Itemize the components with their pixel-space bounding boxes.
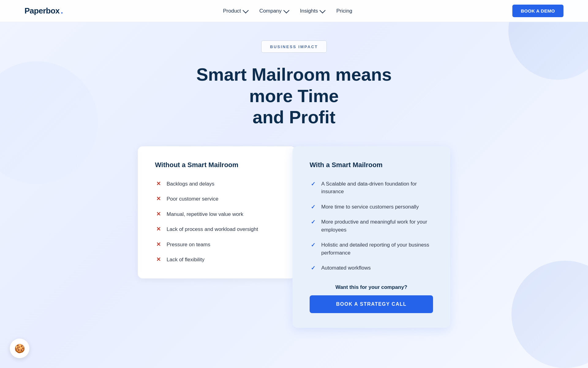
item-text: More time to service customers personall… <box>321 203 419 211</box>
nav-item-insights[interactable]: Insights <box>300 8 324 14</box>
badge-text: BUSINESS IMPACT <box>270 44 318 49</box>
item-text: A Scalable and data-driven foundation fo… <box>321 180 433 196</box>
cta-section: Want this for your company? BOOK A STRAT… <box>310 284 433 313</box>
nav-chevron-product <box>243 7 249 13</box>
item-text: Lack of flexibility <box>167 256 205 264</box>
logo-text: Paperbox <box>24 6 60 16</box>
list-item: ✕ Lack of process and workload oversight <box>155 225 278 233</box>
list-item: ✕ Backlogs and delays <box>155 180 278 188</box>
nav-link-product-label: Product <box>223 8 241 14</box>
item-text: Pressure on teams <box>167 241 210 249</box>
item-text: Holistic and detailed reporting of your … <box>321 241 433 257</box>
card-with: With a Smart Mailroom ✓ A Scalable and d… <box>292 146 450 328</box>
check-icon: ✓ <box>310 204 316 210</box>
card-with-title: With a Smart Mailroom <box>310 161 433 169</box>
x-icon: ✕ <box>155 241 162 248</box>
list-item: ✓ Holistic and detailed reporting of you… <box>310 241 433 257</box>
check-icon: ✓ <box>310 219 316 225</box>
item-text: Poor customer service <box>167 195 218 203</box>
x-icon: ✕ <box>155 195 162 202</box>
nav-chevron-company <box>283 7 289 13</box>
list-item: ✓ A Scalable and data-driven foundation … <box>310 180 433 196</box>
nav-chevron-insights <box>319 7 326 13</box>
business-impact-badge: BUSINESS IMPACT <box>261 40 327 53</box>
list-item: ✕ Lack of flexibility <box>155 256 278 264</box>
x-icon: ✕ <box>155 211 162 217</box>
item-text: More productive and meaningful work for … <box>321 218 433 234</box>
cta-question: Want this for your company? <box>335 284 407 290</box>
nav-item-company[interactable]: Company <box>259 8 288 14</box>
logo-dot: . <box>61 6 63 16</box>
item-text: Automated workflows <box>321 264 371 272</box>
x-icon: ✕ <box>155 256 162 263</box>
list-item: ✕ Pressure on teams <box>155 241 278 249</box>
card-without-title: Without a Smart Mailroom <box>155 161 278 169</box>
check-icon: ✓ <box>310 265 316 271</box>
x-icon: ✕ <box>155 180 162 187</box>
item-text: Lack of process and workload oversight <box>167 225 258 233</box>
x-icon: ✕ <box>155 226 162 232</box>
nav-link-insights-label: Insights <box>300 8 318 14</box>
nav-link-company-label: Company <box>259 8 282 14</box>
list-item: ✓ More time to service customers persona… <box>310 203 433 211</box>
nav-link-pricing-label: Pricing <box>336 8 352 14</box>
main-heading: Smart Mailroom means more Time and Profi… <box>175 64 413 128</box>
list-item: ✕ Poor customer service <box>155 195 278 203</box>
card-with-list: ✓ A Scalable and data-driven foundation … <box>310 180 433 272</box>
book-demo-button[interactable]: BOOK A DEMO <box>512 5 564 17</box>
list-item: ✓ Automated workflows <box>310 264 433 272</box>
cards-container: Without a Smart Mailroom ✕ Backlogs and … <box>126 146 462 328</box>
item-text: Manual, repetitive low value work <box>167 210 243 218</box>
list-item: ✕ Manual, repetitive low value work <box>155 210 278 218</box>
check-icon: ✓ <box>310 242 316 248</box>
item-text: Backlogs and delays <box>167 180 214 188</box>
nav-right: BOOK A DEMO <box>512 5 564 17</box>
heading-line2: and Profit <box>253 107 336 127</box>
list-item: ✓ More productive and meaningful work fo… <box>310 218 433 234</box>
logo[interactable]: Paperbox. <box>24 6 63 16</box>
cookie-button[interactable]: 🍪 <box>10 339 29 358</box>
check-icon: ✓ <box>310 181 316 187</box>
heading-line1: Smart Mailroom means more Time <box>196 64 392 106</box>
cookie-icon: 🍪 <box>14 343 25 354</box>
main-content: BUSINESS IMPACT Smart Mailroom means mor… <box>0 22 588 328</box>
nav-item-pricing[interactable]: Pricing <box>336 8 352 14</box>
nav-item-product[interactable]: Product <box>223 8 247 14</box>
navbar: Paperbox. Product Company Insights Prici… <box>0 0 588 22</box>
card-without: Without a Smart Mailroom ✕ Backlogs and … <box>138 146 296 278</box>
book-strategy-call-button[interactable]: BOOK A STRATEGY CALL <box>310 295 433 313</box>
nav-links: Product Company Insights Pricing <box>223 8 352 14</box>
card-without-list: ✕ Backlogs and delays ✕ Poor customer se… <box>155 180 278 264</box>
